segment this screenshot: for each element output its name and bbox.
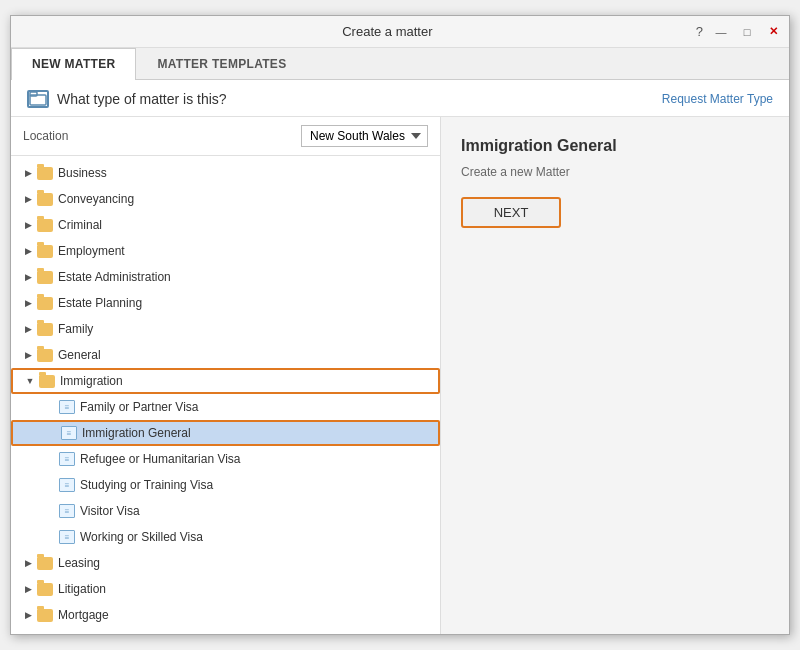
label-studying-visa: Studying or Training Visa (80, 478, 421, 492)
expand-icon-family-partner (43, 400, 57, 414)
close-button[interactable]: ✕ (765, 24, 781, 40)
label-refugee-visa: Refugee or Humanitarian Visa (80, 452, 421, 466)
label-visitor-visa: Visitor Visa (80, 504, 421, 518)
tree-item-general[interactable]: ▶ General (11, 342, 440, 368)
folder-icon-general (37, 349, 53, 362)
request-matter-type-link[interactable]: Request Matter Type (662, 92, 773, 106)
tree-item-estate-admin[interactable]: ▶ Estate Administration (11, 264, 440, 290)
maximize-button[interactable]: □ (739, 24, 755, 40)
folder-icon-criminal (37, 219, 53, 232)
help-button[interactable]: ? (696, 24, 703, 39)
expand-icon-mortgage: ▶ (21, 608, 35, 622)
folder-icon-employment (37, 245, 53, 258)
folder-icon-estate-admin (37, 271, 53, 284)
location-select[interactable]: New South Wales Victoria Queensland West… (301, 125, 428, 147)
folder-icon-immigration (39, 375, 55, 388)
tree-item-studying-visa[interactable]: Studying or Training Visa ☆ (11, 472, 440, 498)
next-button[interactable]: NEXT (461, 197, 561, 228)
main-window: Create a matter ? — □ ✕ NEW MATTER MATTE… (10, 15, 790, 635)
expand-icon-general: ▶ (21, 348, 35, 362)
tree-item-criminal[interactable]: ▶ Criminal (11, 212, 440, 238)
label-mortgage: Mortgage (58, 608, 432, 622)
right-panel-title: Immigration General (461, 137, 769, 155)
label-family: Family (58, 322, 432, 336)
label-conveyancing: Conveyancing (58, 192, 432, 206)
tree-item-conveyancing[interactable]: ▶ Conveyancing (11, 186, 440, 212)
folder-icon-estate-planning (37, 297, 53, 310)
left-panel: Location New South Wales Victoria Queens… (11, 117, 441, 634)
label-estate-admin: Estate Administration (58, 270, 432, 284)
folder-icon-conveyancing (37, 193, 53, 206)
tree-item-refugee-visa[interactable]: Refugee or Humanitarian Visa ☆ (11, 446, 440, 472)
label-criminal: Criminal (58, 218, 432, 232)
expand-icon-business: ▶ (21, 166, 35, 180)
folder-icon-litigation (37, 583, 53, 596)
label-employment: Employment (58, 244, 432, 258)
right-panel-subtitle: Create a new Matter (461, 165, 769, 179)
title-bar-controls: ? — □ ✕ (696, 24, 781, 40)
matter-type-icon-visitor (59, 504, 75, 518)
matter-type-icon-studying (59, 478, 75, 492)
label-immigration: Immigration (60, 374, 430, 388)
expand-icon-estate-planning: ▶ (21, 296, 35, 310)
tree-item-business[interactable]: ▶ Business (11, 160, 440, 186)
tree-item-immigration-general[interactable]: Immigration General (11, 420, 440, 446)
header-row: What type of matter is this? Request Mat… (11, 80, 789, 117)
tree-item-estate-planning[interactable]: ▶ Estate Planning (11, 290, 440, 316)
label-estate-planning: Estate Planning (58, 296, 432, 310)
expand-icon-studying (43, 478, 57, 492)
folder-icon-leasing (37, 557, 53, 570)
main-panels: Location New South Wales Victoria Queens… (11, 117, 789, 634)
label-working-visa: Working or Skilled Visa (80, 530, 421, 544)
tree-item-family-partner-visa[interactable]: Family or Partner Visa ☆ (11, 394, 440, 420)
label-immigration-general: Immigration General (82, 426, 430, 440)
expand-icon-working (43, 530, 57, 544)
tree-item-family[interactable]: ▶ Family (11, 316, 440, 342)
matter-type-icon-immigration-general (61, 426, 77, 440)
header-question: What type of matter is this? (27, 90, 227, 108)
folder-icon-mortgage (37, 609, 53, 622)
label-business: Business (58, 166, 432, 180)
expand-icon-litigation: ▶ (21, 582, 35, 596)
expand-icon-immigration-general (45, 426, 59, 440)
expand-icon-family: ▶ (21, 322, 35, 336)
tabs-bar: NEW MATTER MATTER TEMPLATES (11, 48, 789, 80)
window-title: Create a matter (79, 24, 696, 39)
tree-item-litigation[interactable]: ▶ Litigation (11, 576, 440, 602)
tree-item-working-visa[interactable]: Working or Skilled Visa ☆ (11, 524, 440, 550)
expand-icon-estate-admin: ▶ (21, 270, 35, 284)
location-label: Location (23, 129, 68, 143)
expand-icon-criminal: ▶ (21, 218, 35, 232)
question-text: What type of matter is this? (57, 91, 227, 107)
right-panel: Immigration General Create a new Matter … (441, 117, 789, 634)
label-leasing: Leasing (58, 556, 432, 570)
matter-type-icon-family-partner (59, 400, 75, 414)
svg-rect-1 (30, 92, 37, 96)
label-family-partner-visa: Family or Partner Visa (80, 400, 421, 414)
label-general: General (58, 348, 432, 362)
tree-item-leasing[interactable]: ▶ Leasing (11, 550, 440, 576)
expand-icon-refugee (43, 452, 57, 466)
matter-icon (27, 90, 49, 108)
tree-item-visitor-visa[interactable]: Visitor Visa ☆ (11, 498, 440, 524)
tree-item-mortgage[interactable]: ▶ Mortgage (11, 602, 440, 628)
expand-icon-immigration: ▼ (23, 374, 37, 388)
content-area: What type of matter is this? Request Mat… (11, 80, 789, 634)
matter-type-icon-refugee (59, 452, 75, 466)
minimize-button[interactable]: — (713, 24, 729, 40)
tree-item-employment[interactable]: ▶ Employment (11, 238, 440, 264)
title-bar: Create a matter ? — □ ✕ (11, 16, 789, 48)
tree-list: ▶ Business ▶ Conveyancing ▶ Crimi (11, 156, 440, 634)
label-litigation: Litigation (58, 582, 432, 596)
folder-icon-business (37, 167, 53, 180)
tree-item-immigration[interactable]: ▼ Immigration (11, 368, 440, 394)
location-bar: Location New South Wales Victoria Queens… (11, 117, 440, 156)
expand-icon-visitor (43, 504, 57, 518)
expand-icon-employment: ▶ (21, 244, 35, 258)
expand-icon-leasing: ▶ (21, 556, 35, 570)
tab-matter-templates[interactable]: MATTER TEMPLATES (136, 48, 307, 79)
expand-icon-conveyancing: ▶ (21, 192, 35, 206)
folder-icon-family (37, 323, 53, 336)
matter-type-icon-working (59, 530, 75, 544)
tab-new-matter[interactable]: NEW MATTER (11, 48, 136, 80)
